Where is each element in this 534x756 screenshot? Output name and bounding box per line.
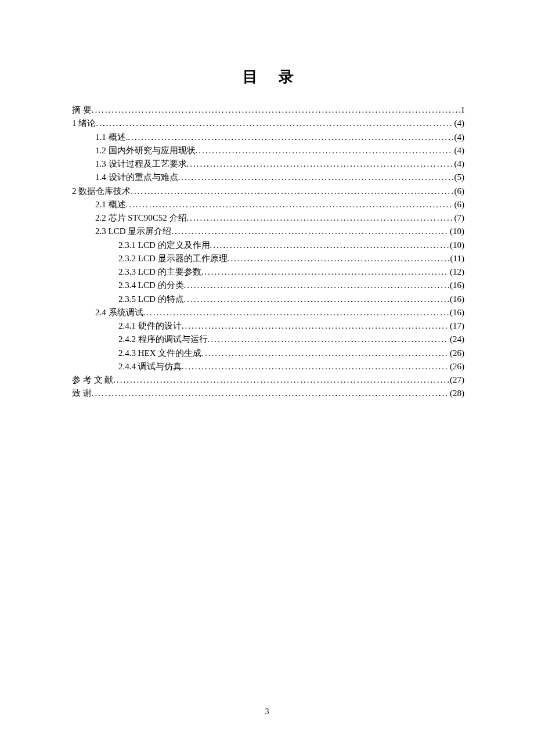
toc-entry: 2.1 概述 (6) bbox=[72, 198, 464, 211]
toc-leader-dots bbox=[171, 225, 449, 238]
toc-entry: 2.3.3 LCD 的主要参数 (12) bbox=[72, 265, 464, 279]
toc-entry-page: (7) bbox=[453, 211, 465, 225]
toc-entry-page: (16) bbox=[449, 279, 464, 292]
toc-entry-page: (16) bbox=[449, 306, 464, 319]
toc-entry: 2.3.1 LCD 的定义及作用 (10) bbox=[72, 239, 464, 252]
toc-entry: 2.3.2 LCD 显示器的工作原理 (11) bbox=[72, 252, 464, 265]
toc-entry-label: 摘 要 bbox=[72, 103, 92, 117]
toc-leader-dots bbox=[184, 293, 449, 306]
toc-leader-dots bbox=[187, 157, 453, 171]
toc-entry-page: (24) bbox=[449, 333, 464, 346]
toc-entry-page: (11) bbox=[449, 252, 464, 265]
toc-entry-page: (26) bbox=[449, 360, 464, 373]
toc-entry: 2.3.4 LCD 的分类 (16) bbox=[72, 279, 464, 292]
toc-entry-page: (4) bbox=[453, 157, 465, 171]
toc-entry-label: 2.4.4 调试与仿真 bbox=[118, 360, 182, 373]
toc-entry-label: 2.3.2 LCD 显示器的工作原理 bbox=[118, 252, 228, 265]
toc-leader-dots bbox=[184, 279, 449, 292]
toc-entry-label: 2.2 芯片 STC90C52 介绍 bbox=[95, 211, 187, 225]
toc-entry-label: 致 谢 bbox=[72, 387, 92, 400]
toc-entry-page: (4) bbox=[453, 131, 465, 144]
toc-entry-label: 参 考 文 献 bbox=[72, 373, 113, 387]
toc-leader-dots bbox=[178, 171, 453, 184]
toc-entry-page: (12) bbox=[449, 265, 464, 279]
toc-entry-label: 1.3 设计过程及工艺要求 bbox=[95, 157, 187, 171]
toc-leader-dots bbox=[208, 333, 449, 346]
toc-entry: 2.4.4 调试与仿真 (26) bbox=[72, 360, 464, 373]
toc-entry: 2.3.5 LCD 的特点 (16) bbox=[72, 293, 464, 306]
toc-entry-label: 2 数据仓库技术 bbox=[72, 185, 131, 198]
toc-leader-dots bbox=[201, 265, 449, 279]
toc-entry-page: (17) bbox=[449, 319, 464, 333]
toc-entry: 1.3 设计过程及工艺要求(4) bbox=[72, 157, 464, 171]
toc-entry-label: 1.2 国内外研究与应用现状 bbox=[95, 144, 196, 157]
toc-entry-label: 1.4 设计的重点与难点 bbox=[95, 171, 178, 184]
toc-entry-label: 2.4 系统调试 bbox=[95, 306, 143, 319]
toc-entry-page: (6) bbox=[453, 198, 465, 211]
toc-entry: 1.4 设计的重点与难点(5) bbox=[72, 171, 464, 184]
toc-entry: 1.2 国内外研究与应用现状(4) bbox=[72, 144, 464, 157]
toc-entry: 2.4.3 HEX 文件的生成 (26) bbox=[72, 347, 464, 360]
toc-leader-dots bbox=[131, 185, 453, 198]
toc-title: 目录 bbox=[72, 67, 464, 87]
toc-entry-label: 2.3.3 LCD 的主要参数 bbox=[118, 265, 201, 279]
toc-entry-page: (5) bbox=[453, 171, 465, 184]
toc-entry-page: (4) bbox=[453, 117, 465, 130]
toc-entry-label: 2.4.1 硬件的设计 bbox=[118, 319, 182, 333]
table-of-contents: 摘 要I1 绪论(4)1.1 概述.(4)1.2 国内外研究与应用现状(4)1.… bbox=[72, 103, 464, 401]
toc-entry-label: 1 绪论 bbox=[72, 117, 96, 130]
toc-leader-dots bbox=[96, 117, 453, 130]
toc-entry: 2 数据仓库技术(6) bbox=[72, 185, 464, 198]
toc-entry: 2.3 LCD 显示屏介绍(10) bbox=[72, 225, 464, 238]
toc-entry: 2.4.1 硬件的设计(17) bbox=[72, 319, 464, 333]
toc-leader-dots bbox=[113, 373, 449, 387]
toc-entry-page: (26) bbox=[449, 347, 464, 360]
toc-leader-dots bbox=[126, 198, 453, 211]
toc-entry: 2.2 芯片 STC90C52 介绍(7) bbox=[72, 211, 464, 225]
toc-leader-dots bbox=[143, 306, 449, 319]
toc-entry-page: (16) bbox=[449, 293, 464, 306]
document-page: 目录 摘 要I1 绪论(4)1.1 概述.(4)1.2 国内外研究与应用现状(4… bbox=[0, 0, 534, 401]
toc-entry-label: 2.3.5 LCD 的特点 bbox=[118, 293, 184, 306]
toc-entry-page: (6) bbox=[453, 185, 465, 198]
page-number: 3 bbox=[0, 707, 534, 717]
toc-entry-label: 2.4.2 程序的调试与运行 bbox=[118, 333, 208, 346]
toc-leader-dots bbox=[187, 211, 453, 225]
toc-entry: 2.4 系统调试 (16) bbox=[72, 306, 464, 319]
toc-entry: 1 绪论(4) bbox=[72, 117, 464, 130]
toc-entry-page: (4) bbox=[453, 144, 465, 157]
toc-entry-label: 1.1 概述. bbox=[95, 131, 128, 144]
toc-leader-dots bbox=[228, 252, 449, 265]
toc-leader-dots bbox=[92, 387, 449, 400]
toc-entry-label: 2.1 概述 bbox=[95, 198, 126, 211]
toc-entry: 摘 要I bbox=[72, 103, 464, 117]
toc-leader-dots bbox=[92, 103, 460, 117]
toc-entry-page: (10) bbox=[449, 225, 464, 238]
toc-entry: 1.1 概述.(4) bbox=[72, 131, 464, 144]
toc-entry-page: (27) bbox=[449, 373, 464, 387]
toc-leader-dots bbox=[182, 360, 449, 373]
toc-entry-page: I bbox=[460, 103, 464, 117]
toc-entry: 2.4.2 程序的调试与运行(24) bbox=[72, 333, 464, 346]
toc-entry-label: 2.3.4 LCD 的分类 bbox=[118, 279, 184, 292]
toc-entry: 参 考 文 献(27) bbox=[72, 373, 464, 387]
toc-entry-label: 2.3 LCD 显示屏介绍 bbox=[95, 225, 171, 238]
toc-leader-dots bbox=[210, 239, 449, 252]
toc-leader-dots bbox=[128, 131, 453, 144]
toc-entry-page: (28) bbox=[449, 387, 464, 400]
toc-entry-label: 2.4.3 HEX 文件的生成 bbox=[118, 347, 201, 360]
toc-entry-label: 2.3.1 LCD 的定义及作用 bbox=[118, 239, 210, 252]
toc-leader-dots bbox=[201, 347, 449, 360]
toc-entry: 致 谢(28) bbox=[72, 387, 464, 400]
toc-leader-dots bbox=[196, 144, 453, 157]
toc-entry-page: (10) bbox=[449, 239, 464, 252]
toc-leader-dots bbox=[182, 319, 449, 333]
